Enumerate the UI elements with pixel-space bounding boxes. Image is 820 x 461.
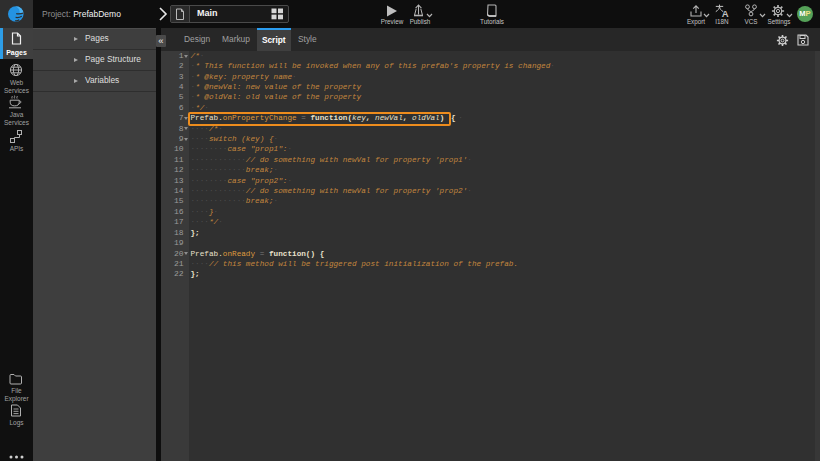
svg-text:A: A: [722, 8, 729, 17]
